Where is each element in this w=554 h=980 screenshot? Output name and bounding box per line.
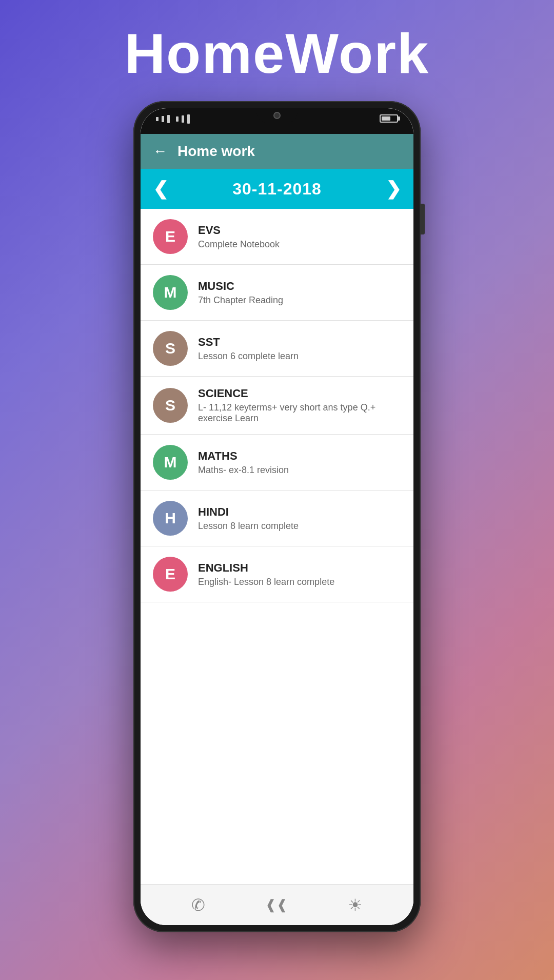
phone-screen: ← Home work ❮ 30-11-2018 ❯ E EVS Complet…: [141, 108, 413, 925]
subject-name: SCIENCE: [198, 387, 401, 400]
subject-task: Maths- ex-8.1 revision: [198, 465, 401, 476]
next-date-button[interactable]: ❯: [386, 178, 401, 200]
subject-task: L- 11,12 keyterms+ very short ans type Q…: [198, 402, 401, 424]
subject-info: HINDI Lesson 8 learn complete: [198, 505, 401, 532]
list-item[interactable]: H HINDI Lesson 8 learn complete: [141, 491, 413, 546]
signal-bar-1: [156, 117, 159, 121]
subject-name: ENGLISH: [198, 561, 401, 575]
subject-task: 7th Chapter Reading: [198, 295, 401, 306]
status-bar: [141, 108, 413, 134]
subject-name: MATHS: [198, 449, 401, 463]
screen-title: Home work: [177, 143, 255, 160]
phone-device: ← Home work ❮ 30-11-2018 ❯ E EVS Complet…: [133, 101, 421, 932]
subject-avatar: S: [153, 331, 188, 366]
list-item[interactable]: E ENGLISH English- Lesson 8 learn comple…: [141, 546, 413, 602]
subject-avatar: S: [153, 388, 188, 423]
battery-icon: [380, 114, 398, 123]
subject-info: ENGLISH English- Lesson 8 learn complete: [198, 561, 401, 587]
subject-avatar: E: [153, 219, 188, 254]
subject-info: EVS Complete Notebook: [198, 224, 401, 250]
home-nav-icon[interactable]: ❰❰: [265, 897, 288, 913]
subject-name: SST: [198, 336, 401, 349]
signal-bar-5: [182, 115, 184, 123]
subject-info: MATHS Maths- ex-8.1 revision: [198, 449, 401, 476]
subject-info: SCIENCE L- 11,12 keyterms+ very short an…: [198, 387, 401, 424]
subject-task: Complete Notebook: [198, 239, 401, 250]
subject-avatar: E: [153, 557, 188, 592]
current-date: 30-11-2018: [232, 180, 322, 199]
header-bar: ← Home work: [141, 134, 413, 169]
homework-list: E EVS Complete Notebook M MUSIC 7th Chap…: [141, 209, 413, 884]
signal-bar-4: [176, 116, 179, 122]
bottom-navigation: ✆ ❰❰ ☀: [141, 884, 413, 925]
phone-nav-icon[interactable]: ✆: [191, 895, 205, 915]
subject-avatar: M: [153, 275, 188, 310]
subject-avatar: M: [153, 445, 188, 480]
subject-name: HINDI: [198, 505, 401, 519]
list-item[interactable]: M MUSIC 7th Chapter Reading: [141, 265, 413, 321]
app-title: HomeWork: [125, 21, 430, 86]
list-item[interactable]: S SST Lesson 6 complete learn: [141, 321, 413, 377]
app-screen: ← Home work ❮ 30-11-2018 ❯ E EVS Complet…: [141, 134, 413, 925]
power-button: [421, 204, 425, 234]
battery-indicator: [380, 114, 398, 123]
signal-indicators: [156, 114, 190, 124]
subject-task: Lesson 6 complete learn: [198, 351, 401, 362]
prev-date-button[interactable]: ❮: [153, 178, 168, 200]
subject-name: EVS: [198, 224, 401, 237]
front-camera: [273, 112, 281, 119]
date-navigation: ❮ 30-11-2018 ❯: [141, 169, 413, 209]
battery-fill: [382, 116, 390, 121]
list-item[interactable]: M MATHS Maths- ex-8.1 revision: [141, 435, 413, 491]
phone-notch: [256, 108, 298, 123]
signal-bar-3: [167, 115, 170, 123]
subject-avatar: H: [153, 501, 188, 536]
signal-bar-2: [162, 116, 164, 122]
subject-task: Lesson 8 learn complete: [198, 521, 401, 532]
camera-nav-icon[interactable]: ☀: [348, 895, 363, 915]
signal-bar-6: [187, 114, 190, 124]
subject-info: MUSIC 7th Chapter Reading: [198, 280, 401, 306]
list-item[interactable]: S SCIENCE L- 11,12 keyterms+ very short …: [141, 377, 413, 435]
list-item[interactable]: E EVS Complete Notebook: [141, 209, 413, 265]
subject-name: MUSIC: [198, 280, 401, 293]
subject-info: SST Lesson 6 complete learn: [198, 336, 401, 362]
subject-task: English- Lesson 8 learn complete: [198, 577, 401, 587]
back-button[interactable]: ←: [153, 143, 167, 160]
